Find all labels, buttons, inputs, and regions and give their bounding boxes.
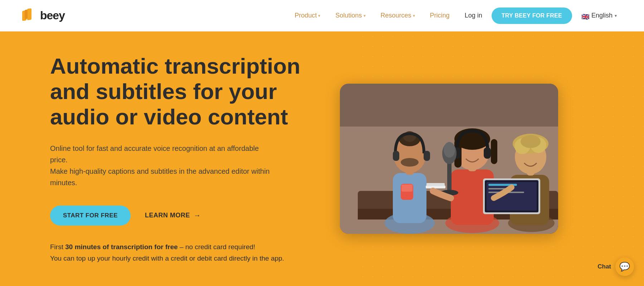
arrow-right-icon: → bbox=[194, 211, 201, 220]
svg-point-13 bbox=[401, 158, 419, 167]
start-for-free-button[interactable]: START FOR FREE bbox=[50, 206, 131, 226]
nav-link-pricing[interactable]: Pricing bbox=[424, 8, 455, 23]
hero-illustration bbox=[340, 84, 558, 234]
nav-item-solutions: Solutions ▾ bbox=[330, 8, 371, 23]
nav-item-pricing: Pricing bbox=[424, 8, 455, 23]
hero-cta-group: START FOR FREE LEARN MORE → bbox=[50, 206, 315, 226]
chat-bubble-button[interactable]: 💬 bbox=[615, 257, 634, 276]
main-nav: Product ▾ Solutions ▾ Resources ▾ Pricin… bbox=[289, 8, 623, 24]
flag-icon: 🇬🇧 bbox=[581, 13, 589, 19]
hero-image bbox=[340, 84, 558, 234]
chat-widget: Chat 💬 bbox=[597, 257, 634, 276]
svg-rect-22 bbox=[491, 139, 497, 164]
hero-note: First 30 minutes of transcription for fr… bbox=[50, 241, 315, 265]
nav-link-resources[interactable]: Resources ▾ bbox=[375, 8, 421, 23]
resources-chevron-icon: ▾ bbox=[413, 13, 415, 18]
nav-link-solutions[interactable]: Solutions ▾ bbox=[330, 8, 371, 23]
svg-rect-15 bbox=[424, 151, 430, 161]
navbar: beey Product ▾ Solutions ▾ Resources ▾ P… bbox=[0, 0, 644, 31]
logo-link[interactable]: beey bbox=[21, 8, 65, 23]
hero-section: Automatic transcription and subtitles fo… bbox=[0, 31, 644, 286]
nav-item-login: Log in bbox=[459, 12, 488, 19]
nav-item-resources: Resources ▾ bbox=[375, 8, 421, 23]
svg-rect-4 bbox=[340, 84, 558, 127]
language-selector[interactable]: 🇬🇧 English ▾ bbox=[576, 8, 623, 23]
hero-content: Automatic transcription and subtitles fo… bbox=[50, 53, 315, 264]
svg-point-32 bbox=[521, 135, 541, 148]
chat-label: Chat bbox=[597, 263, 611, 270]
nav-item-cta: TRY BEEY FOR FREE bbox=[492, 8, 572, 24]
try-beey-button[interactable]: TRY BEEY FOR FREE bbox=[492, 8, 572, 24]
lang-chevron-icon: ▾ bbox=[615, 13, 617, 18]
nav-item-lang: 🇬🇧 English ▾ bbox=[576, 8, 623, 23]
learn-more-button[interactable]: LEARN MORE → bbox=[145, 211, 201, 220]
hero-subtitle: Online tool for fast and accurate voice … bbox=[50, 143, 272, 188]
nav-link-login[interactable]: Log in bbox=[459, 8, 488, 23]
logo-text: beey bbox=[40, 9, 65, 22]
chat-icon: 💬 bbox=[619, 262, 630, 272]
svg-point-35 bbox=[444, 142, 455, 158]
svg-rect-46 bbox=[426, 183, 445, 186]
svg-rect-24 bbox=[484, 147, 491, 159]
beey-logo-icon bbox=[21, 8, 36, 23]
solutions-chevron-icon: ▾ bbox=[364, 13, 366, 18]
svg-rect-2 bbox=[25, 9, 28, 19]
nav-item-product: Product ▾ bbox=[289, 8, 326, 23]
svg-rect-1 bbox=[27, 8, 31, 20]
svg-rect-45 bbox=[426, 186, 445, 188]
nav-link-product[interactable]: Product ▾ bbox=[289, 8, 326, 23]
hero-title: Automatic transcription and subtitles fo… bbox=[50, 53, 315, 130]
product-chevron-icon: ▾ bbox=[318, 13, 320, 18]
hero-image-wrapper bbox=[336, 84, 558, 234]
svg-rect-44 bbox=[401, 184, 413, 192]
svg-rect-14 bbox=[393, 151, 399, 161]
